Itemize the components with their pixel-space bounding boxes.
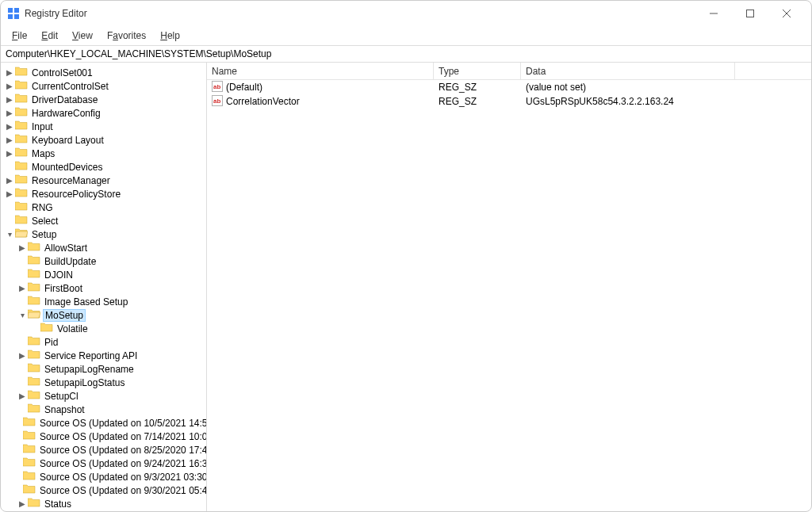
tree-item[interactable]: ▶Status xyxy=(1,497,206,510)
chevron-right-icon[interactable]: ▶ xyxy=(4,176,15,185)
tree-item[interactable]: ▶FirstBoot xyxy=(1,281,206,295)
menu-favorites[interactable]: Favorites xyxy=(101,29,152,43)
tree-item[interactable]: ▾Setup xyxy=(1,227,206,241)
tree-item[interactable]: ▶AllowStart xyxy=(1,241,206,254)
chevron-right-icon[interactable]: ▶ xyxy=(4,122,15,131)
tree-item[interactable]: ▶Pid xyxy=(1,335,206,349)
tree-item-label: MoSetup xyxy=(43,309,86,322)
tree-item[interactable]: ▶Image Based Setup xyxy=(1,295,206,308)
value-row[interactable]: abCorrelationVectorREG_SZUGsL5pRSpUK58c5… xyxy=(207,94,811,109)
tree-item[interactable]: ▶Keyboard Layout xyxy=(1,133,206,147)
maximize-button[interactable] xyxy=(732,1,768,26)
close-button[interactable] xyxy=(768,1,805,26)
folder-icon xyxy=(15,201,30,214)
tree-item-label: MountedDevices xyxy=(30,162,104,173)
folder-icon xyxy=(15,174,30,187)
value-name: CorrelationVector xyxy=(226,96,300,107)
folder-icon xyxy=(15,187,30,201)
folder-icon xyxy=(23,443,38,457)
address-bar xyxy=(1,45,811,63)
menu-edit[interactable]: Edit xyxy=(35,29,64,43)
tree-item[interactable]: ▶Source OS (Updated on 7/14/2021 10:0 xyxy=(1,430,206,443)
tree-item[interactable]: ▶Source OS (Updated on 9/24/2021 16:3 xyxy=(1,457,206,470)
column-header-type[interactable]: Type xyxy=(434,63,521,79)
tree-item[interactable]: ▾MoSetup xyxy=(1,308,206,322)
tree-item[interactable]: ▶SetupapiLogRename xyxy=(1,362,206,376)
menu-view[interactable]: View xyxy=(66,29,99,43)
tree-item[interactable]: ▶DriverDatabase xyxy=(1,93,206,106)
chevron-right-icon[interactable]: ▶ xyxy=(17,392,28,400)
tree-item-label: Image Based Setup xyxy=(43,296,129,308)
tree-item-label: Source OS (Updated on 9/30/2021 05:4 xyxy=(38,485,207,496)
chevron-right-icon[interactable]: ▶ xyxy=(4,149,15,158)
chevron-right-icon[interactable]: ▶ xyxy=(4,136,15,144)
tree-item[interactable]: ▶CurrentControlSet xyxy=(1,79,206,93)
menubar: File Edit View Favorites Help xyxy=(1,26,811,45)
tree-item[interactable]: ▶Select xyxy=(1,214,206,227)
tree-item-label: BuildUpdate xyxy=(43,256,98,267)
tree-item-label: Source OS (Updated on 8/25/2020 17:4 xyxy=(38,445,207,456)
chevron-down-icon[interactable]: ▾ xyxy=(4,230,15,239)
folder-icon xyxy=(28,281,43,295)
tree-item[interactable]: ▶SetupapiLogStatus xyxy=(1,376,206,389)
window-title: Registry Editor xyxy=(25,8,87,19)
chevron-right-icon[interactable]: ▶ xyxy=(4,95,15,104)
value-data: UGsL5pRSpUK58c54.3.2.2.163.24 xyxy=(521,96,735,107)
chevron-down-icon[interactable]: ▾ xyxy=(17,311,28,319)
folder-icon xyxy=(28,376,43,389)
address-input[interactable] xyxy=(1,47,811,61)
tree-item[interactable]: ▶HardwareConfig xyxy=(1,106,206,120)
tree-item[interactable]: ▶Source OS (Updated on 10/5/2021 14:5 xyxy=(1,416,206,430)
list-pane: Name Type Data ab(Default)REG_SZ(value n… xyxy=(207,63,811,511)
tree-item-label: FirstBoot xyxy=(43,283,84,294)
tree-item-label: Volatile xyxy=(56,323,90,334)
tree-item[interactable]: ▶Source OS (Updated on 9/3/2021 03:30 xyxy=(1,470,206,483)
tree-item[interactable]: ▶Source OS (Updated on 8/25/2020 17:4 xyxy=(1,443,206,457)
folder-icon xyxy=(23,430,38,443)
svg-rect-2 xyxy=(8,14,13,19)
folder-icon xyxy=(28,268,43,281)
tree-item[interactable]: ▶Input xyxy=(1,120,206,133)
tree-item-label: ResourcePolicyStore xyxy=(30,189,122,200)
value-data: (value not set) xyxy=(521,82,735,93)
tree-item[interactable]: ▶ControlSet001 xyxy=(1,66,206,79)
list-body[interactable]: ab(Default)REG_SZ(value not set)abCorrel… xyxy=(207,80,811,511)
chevron-right-icon[interactable]: ▶ xyxy=(4,189,15,198)
tree-item[interactable]: ▶Volatile xyxy=(1,322,206,335)
tree-item[interactable]: ▶RNG xyxy=(1,201,206,214)
tree-item[interactable]: ▶SetupCl xyxy=(1,389,206,403)
tree-pane[interactable]: ▶ControlSet001▶CurrentControlSet▶DriverD… xyxy=(1,63,207,511)
titlebar: Registry Editor xyxy=(1,1,811,26)
minimize-button[interactable] xyxy=(695,1,732,26)
list-header: Name Type Data xyxy=(207,63,811,80)
column-header-name[interactable]: Name xyxy=(207,63,434,79)
value-row[interactable]: ab(Default)REG_SZ(value not set) xyxy=(207,80,811,94)
tree-item[interactable]: ▶Service Reporting API xyxy=(1,349,206,362)
chevron-right-icon[interactable]: ▶ xyxy=(4,109,15,117)
tree-item[interactable]: ▶Source OS (Updated on 9/30/2021 05:4 xyxy=(1,483,206,497)
tree-item[interactable]: ▶ResourceManager xyxy=(1,174,206,187)
folder-icon xyxy=(40,322,56,335)
chevron-right-icon[interactable]: ▶ xyxy=(17,499,28,508)
tree-item-label: SetupapiLogStatus xyxy=(43,377,126,388)
chevron-right-icon[interactable]: ▶ xyxy=(4,82,15,90)
tree-item-label: ControlSet001 xyxy=(30,67,94,78)
menu-file[interactable]: File xyxy=(6,29,33,43)
folder-icon xyxy=(28,308,43,322)
column-header-data[interactable]: Data xyxy=(521,63,735,79)
tree-item[interactable]: ▶MountedDevices xyxy=(1,160,206,174)
chevron-right-icon[interactable]: ▶ xyxy=(4,68,15,77)
tree-item[interactable]: ▶Maps xyxy=(1,147,206,160)
folder-icon xyxy=(23,483,38,497)
chevron-right-icon[interactable]: ▶ xyxy=(17,351,28,360)
folder-icon xyxy=(15,106,30,120)
tree-item[interactable]: ▶Snapshot xyxy=(1,403,206,416)
menu-help[interactable]: Help xyxy=(154,29,186,43)
tree-item[interactable]: ▶ResourcePolicyStore xyxy=(1,187,206,201)
chevron-right-icon[interactable]: ▶ xyxy=(17,284,28,292)
folder-icon xyxy=(15,214,30,227)
tree-item-label: AllowStart xyxy=(43,243,89,254)
tree-item[interactable]: ▶BuildUpdate xyxy=(1,254,206,268)
tree-item[interactable]: ▶DJOIN xyxy=(1,268,206,281)
chevron-right-icon[interactable]: ▶ xyxy=(17,243,28,252)
